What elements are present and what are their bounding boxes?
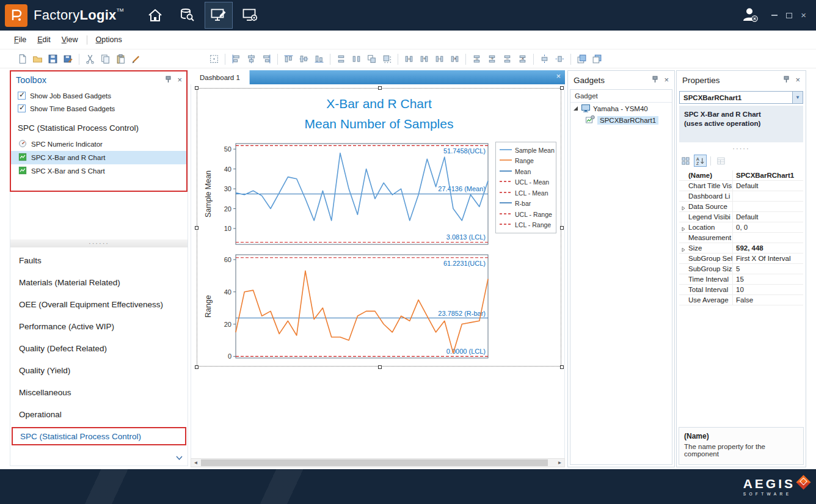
maximize-button[interactable]: [786, 13, 792, 18]
category-item[interactable]: Materials (Material Related): [10, 271, 188, 293]
paste-icon[interactable]: [113, 53, 128, 66]
chevron-down-icon[interactable]: ▼: [792, 92, 803, 103]
dashboard-canvas[interactable]: X-Bar and R Chart Mean Number of Samples…: [191, 84, 565, 458]
space-down-remove-icon[interactable]: ×: [515, 53, 530, 66]
center-vertical-icon[interactable]: [552, 53, 567, 66]
align-middle-icon[interactable]: [296, 53, 311, 66]
property-row[interactable]: Time Interval15: [679, 274, 803, 285]
property-row[interactable]: (Name)SPCXBarRChart1: [679, 170, 803, 181]
toolbox-item[interactable]: SPC X-Bar and S Chart: [10, 164, 188, 178]
scroll-down-icon[interactable]: [176, 453, 183, 462]
property-row[interactable]: Measurement: [679, 233, 803, 243]
minimize-button[interactable]: [771, 15, 778, 16]
resize-handle[interactable]: [560, 365, 564, 369]
category-item[interactable]: SPC (Statistical Process Control): [12, 427, 186, 445]
resize-handle[interactable]: [378, 86, 382, 90]
expander-icon[interactable]: [573, 105, 578, 112]
component-selector[interactable]: SPCXBarRChart1 ▼: [679, 91, 803, 104]
align-center-icon[interactable]: [244, 53, 259, 66]
toolbox-splitter[interactable]: ······: [10, 239, 188, 247]
menu-item-options[interactable]: Options: [90, 33, 128, 46]
horizontal-scrollbar[interactable]: ◄ ►: [191, 458, 565, 467]
home-icon[interactable]: [141, 2, 169, 29]
toolbox-item[interactable]: SPC Numeric Indicator: [10, 137, 188, 151]
resize-handle[interactable]: [195, 226, 199, 230]
align-left-icon[interactable]: [228, 53, 244, 66]
property-value[interactable]: 15: [733, 276, 803, 283]
align-top-icon[interactable]: [281, 53, 296, 66]
same-height-icon[interactable]: [349, 53, 364, 66]
category-item[interactable]: Quality (Defect Related): [10, 337, 188, 359]
properties-splitter[interactable]: ·····: [677, 145, 806, 153]
user-logout-icon[interactable]: [741, 6, 759, 25]
close-icon[interactable]: ×: [664, 77, 669, 83]
categorized-view-icon[interactable]: [679, 155, 692, 167]
resize-handle[interactable]: [195, 86, 199, 90]
selection-grid-icon[interactable]: [206, 53, 222, 66]
scroll-right-icon[interactable]: ►: [555, 459, 564, 467]
checkbox-row[interactable]: Show Job Based Gadgets: [10, 89, 188, 102]
pin-icon[interactable]: [652, 76, 658, 85]
checkbox-icon[interactable]: [18, 104, 26, 112]
property-value[interactable]: Default: [733, 213, 803, 221]
scroll-left-icon[interactable]: ◄: [191, 459, 200, 467]
resize-handle[interactable]: [560, 226, 564, 230]
property-row[interactable]: Dashboard Li: [679, 191, 803, 202]
gadget-column-header[interactable]: Gadget: [570, 90, 672, 103]
space-down-decrease-icon[interactable]: −: [500, 53, 515, 66]
align-bottom-icon[interactable]: [311, 53, 327, 66]
align-right-icon[interactable]: [259, 53, 274, 66]
center-horizontal-icon[interactable]: [537, 53, 552, 66]
same-size-icon[interactable]: [364, 53, 379, 66]
alphabetical-sort-icon[interactable]: AZ: [694, 155, 707, 167]
scrollbar-thumb[interactable]: [201, 459, 548, 466]
category-item[interactable]: Quality (Yield): [10, 359, 188, 381]
property-value[interactable]: 0, 0: [733, 224, 803, 231]
property-pages-icon[interactable]: [715, 155, 727, 167]
property-row[interactable]: Location0, 0: [679, 222, 803, 233]
expand-icon[interactable]: [681, 225, 686, 233]
space-across-decrease-icon[interactable]: −: [432, 53, 447, 66]
send-to-back-icon[interactable]: [589, 53, 605, 66]
bring-to-front-icon[interactable]: [574, 53, 589, 66]
tree-item[interactable]: Yamaha - YSM40: [570, 103, 672, 114]
format-painter-icon[interactable]: [128, 53, 144, 66]
menu-item-edit[interactable]: Edit: [32, 33, 56, 46]
property-row[interactable]: Use AverageFalse: [679, 295, 803, 305]
space-across-equal-icon[interactable]: =: [401, 53, 417, 66]
property-row[interactable]: SubGroup SelFirst X Of Interval: [679, 254, 803, 264]
category-item[interactable]: Miscellaneous: [10, 381, 188, 403]
category-item[interactable]: Faults: [10, 249, 188, 271]
resize-handle[interactable]: [378, 365, 382, 369]
copy-icon[interactable]: [98, 53, 113, 66]
tab-close-icon[interactable]: ×: [556, 73, 561, 80]
tab-dashboard-1[interactable]: Dashboard 1: [191, 70, 250, 84]
resize-handle[interactable]: [195, 365, 199, 369]
property-row[interactable]: Legend VisibiDefault: [679, 212, 803, 222]
tree-item[interactable]: SPCXBarRChart1: [570, 114, 672, 126]
category-item[interactable]: Operational: [10, 403, 188, 425]
property-row[interactable]: Chart Title VisDefault: [679, 181, 803, 191]
toolbox-item[interactable]: SPC X-Bar and R Chart: [10, 151, 188, 164]
checkbox-icon[interactable]: [18, 92, 26, 100]
size-to-grid-icon[interactable]: [379, 53, 395, 66]
menu-item-view[interactable]: View: [56, 33, 84, 46]
space-across-remove-icon[interactable]: ×: [447, 53, 462, 66]
pin-icon[interactable]: [165, 76, 172, 85]
category-item[interactable]: Performance (Active WIP): [10, 315, 188, 337]
space-across-increase-icon[interactable]: +: [417, 53, 432, 66]
property-row[interactable]: Total Interval10: [679, 285, 803, 295]
new-document-icon[interactable]: [15, 53, 30, 66]
open-folder-icon[interactable]: [30, 53, 45, 66]
pin-icon[interactable]: [783, 76, 790, 85]
close-icon[interactable]: ×: [177, 77, 182, 83]
property-value[interactable]: False: [733, 296, 803, 304]
save-as-icon[interactable]: [60, 53, 76, 66]
data-reports-icon[interactable]: [173, 2, 201, 29]
space-down-increase-icon[interactable]: +: [484, 53, 500, 66]
property-row[interactable]: SubGroup Siz5: [679, 264, 803, 274]
property-value[interactable]: SPCXBarRChart1: [733, 172, 803, 179]
property-value[interactable]: First X Of Interval: [733, 255, 803, 262]
property-value[interactable]: 5: [733, 265, 803, 272]
save-icon[interactable]: [45, 53, 60, 66]
